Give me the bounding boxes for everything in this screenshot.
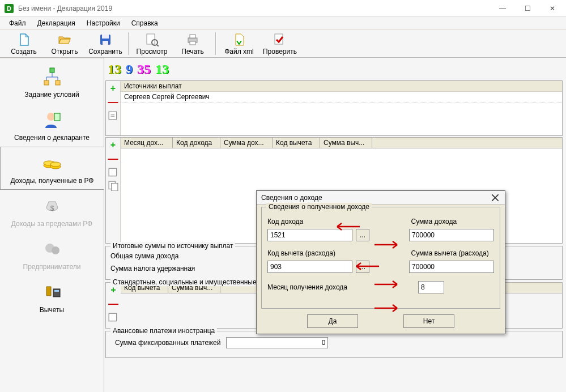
deduction-code-label: Код вычета (расхода) (267, 249, 358, 257)
nav-declarant[interactable]: Сведения о декларанте (0, 104, 104, 147)
advance-value-input[interactable] (226, 337, 328, 348)
tool-filexml[interactable]: Файл xml (219, 31, 259, 57)
minimize-button[interactable]: — (490, 1, 515, 16)
tab-13-b[interactable]: 13 (155, 62, 169, 77)
tool-open[interactable]: Открыть (44, 31, 85, 57)
tool-check[interactable]: Проверить (259, 31, 300, 57)
income-dialog: Сведения о доходе Сведения о полученном … (256, 190, 505, 334)
svg-rect-7 (190, 35, 195, 38)
add-income-button[interactable]: + (108, 140, 118, 150)
add-source-button[interactable]: + (108, 83, 118, 93)
tool-print[interactable]: Печать (172, 31, 213, 57)
edit-source-button[interactable] (108, 110, 118, 121)
tab-13-a[interactable]: 13 (108, 62, 121, 77)
tool-save-label: Сохранить (88, 48, 122, 56)
svg-point-21 (52, 246, 59, 254)
edit-deduction-button[interactable] (108, 312, 118, 322)
folder-open-icon (58, 33, 71, 46)
col-dsum[interactable]: Сумма выч... (320, 138, 372, 148)
tab-35[interactable]: 35 (137, 62, 151, 77)
svg-point-13 (47, 113, 55, 121)
app-icon: D (5, 4, 14, 13)
dialog-yes-button[interactable]: Да (307, 314, 358, 328)
tool-save[interactable]: Сохранить (85, 31, 126, 57)
rate-tabs: 13 9 35 13 (105, 59, 565, 79)
remove-deduction-button[interactable]: — (108, 299, 118, 309)
deduction-code-input[interactable] (267, 261, 352, 273)
printer-icon (186, 33, 199, 46)
dialog-title: Сведения о доходе (261, 194, 490, 202)
svg-rect-10 (50, 68, 54, 73)
svg-line-5 (157, 45, 159, 46)
month-label: Месяц получения дохода (267, 283, 381, 291)
menu-bar: Файл Декларация Настройки Справка (0, 17, 566, 29)
svg-rect-3 (147, 34, 155, 44)
nav-deductions-label: Вычеты (40, 306, 64, 314)
deductions-icon (41, 281, 63, 304)
svg-rect-27 (111, 184, 117, 191)
svg-rect-25 (109, 168, 117, 176)
coins-icon (41, 152, 63, 174)
annotation-arrow (331, 221, 361, 232)
tool-preview-label: Просмотр (137, 48, 168, 56)
income-sum-label: Сумма дохода (411, 218, 494, 225)
annotation-arrow (373, 303, 403, 313)
nav-deductions[interactable]: Вычеты (0, 276, 104, 319)
annotation-arrow (373, 279, 403, 289)
sources-header: Источники выплат (121, 81, 562, 92)
col-dcode[interactable]: Код вычета (273, 138, 320, 148)
nav-conditions[interactable]: Задание условий (0, 61, 104, 104)
dialog-close-button[interactable] (490, 193, 500, 203)
deduction-sum-label: Сумма вычета (расхода) (411, 249, 494, 257)
copy-income-button[interactable] (108, 181, 118, 191)
svg-rect-23 (54, 290, 59, 292)
svg-rect-14 (54, 113, 60, 121)
tool-filexml-label: Файл xml (224, 48, 254, 56)
nav-income-abroad-label: Доходы за пределами РФ (11, 220, 92, 228)
dialog-no-button[interactable]: Нет (403, 314, 454, 328)
conditions-icon (41, 66, 63, 88)
nav-entrepreneur: Предприниматели (0, 233, 104, 276)
svg-rect-24 (109, 112, 117, 120)
menu-declaration[interactable]: Декларация (32, 18, 81, 28)
svg-rect-8 (190, 41, 195, 45)
advance-fieldset: Авансовые платежи иностранца Сумма фикси… (105, 331, 563, 358)
moneybag-icon: $ (41, 195, 63, 218)
deduction-sum-input[interactable] (409, 261, 494, 273)
tool-create[interactable]: Создать (3, 31, 44, 57)
income-sum-input[interactable] (409, 229, 494, 241)
sources-panel: + — Источники выплат Сергеев Сергей Серг… (105, 80, 563, 136)
tool-print-label: Печать (181, 48, 203, 56)
sidebar: Задание условий Сведения о декларанте До… (0, 58, 104, 392)
tool-preview[interactable]: Просмотр (131, 31, 172, 57)
menu-help[interactable]: Справка (126, 18, 164, 28)
remove-income-button[interactable]: — (108, 154, 118, 164)
add-deduction-button[interactable]: + (108, 285, 118, 295)
tool-create-label: Создать (11, 48, 37, 56)
svg-rect-11 (44, 80, 49, 85)
col-month[interactable]: Месяц дох... (121, 138, 173, 148)
month-input[interactable] (418, 281, 444, 293)
annotation-arrow (373, 240, 403, 250)
maximize-button[interactable]: ☐ (515, 1, 540, 16)
close-button[interactable]: ✕ (540, 1, 565, 16)
menu-settings[interactable]: Настройки (81, 18, 126, 28)
window-title: Без имени - Декларация 2019 (18, 5, 490, 12)
advance-legend: Авансовые платежи иностранца (110, 327, 217, 335)
svg-rect-12 (56, 80, 60, 85)
col-code[interactable]: Код дохода (173, 138, 220, 148)
edit-income-button[interactable] (108, 167, 118, 177)
remove-source-button[interactable]: — (108, 97, 118, 107)
tool-open-label: Открыть (51, 48, 78, 56)
col-sum[interactable]: Сумма дох... (220, 138, 273, 148)
entrepreneur-icon (41, 238, 63, 261)
nav-income-rf[interactable]: Доходы, полученные в РФ (0, 147, 104, 190)
tool-check-label: Проверить (263, 48, 297, 56)
nav-conditions-label: Задание условий (24, 91, 79, 99)
tab-9[interactable]: 9 (126, 62, 133, 77)
svg-text:$: $ (50, 204, 54, 212)
check-icon (273, 33, 287, 46)
nav-income-abroad: $ Доходы за пределами РФ (0, 190, 104, 233)
source-row[interactable]: Сергеев Сергей Сергеевич (121, 92, 562, 103)
menu-file[interactable]: Файл (3, 18, 32, 28)
